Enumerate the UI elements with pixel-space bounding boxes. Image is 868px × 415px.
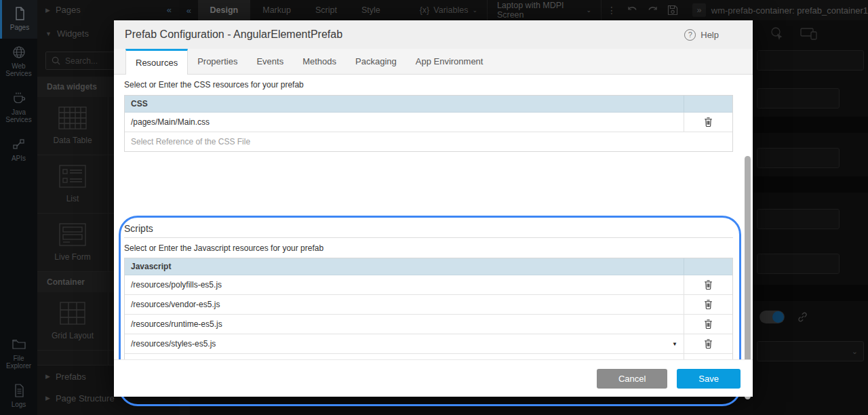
- script-resource-path: /resources/styles-es5.js ▼: [125, 334, 684, 353]
- panel-collapse-button[interactable]: «: [180, 5, 198, 16]
- chevron-right-icon: ▶: [45, 7, 50, 14]
- dialog-body: Select or Enter the CSS resources for yo…: [114, 75, 753, 359]
- cancel-button[interactable]: Cancel: [597, 369, 667, 389]
- delete-script-resource-button[interactable]: [684, 315, 732, 334]
- rail-label: Java Services: [1, 108, 36, 124]
- rail-label: Logs: [12, 401, 26, 409]
- panel-collapse-icon[interactable]: «: [167, 5, 172, 15]
- widget-tile-grid-layout[interactable]: Grid Layout: [37, 292, 108, 351]
- scripts-instruction: Select or Enter the Javascript resources…: [124, 243, 323, 253]
- save-page-button[interactable]: [663, 5, 683, 16]
- link-icon[interactable]: [797, 311, 808, 323]
- dialog-header: Prefab Configuration - AngularElementPre…: [114, 20, 753, 49]
- left-icon-rail: Pages Web Services Java Services APIs Fi…: [0, 0, 37, 415]
- folder-icon: [12, 337, 26, 352]
- property-section-bar[interactable]: [753, 117, 868, 133]
- script-resource-row: /resources/vendor-es5.js: [125, 295, 732, 315]
- rail-item-pages[interactable]: Pages: [0, 0, 37, 39]
- widget-tile-list[interactable]: List: [37, 155, 108, 214]
- data-table-icon: [58, 106, 87, 130]
- rail-label: Web Services: [1, 62, 36, 78]
- widget-tile-data-table[interactable]: Data Table: [37, 97, 108, 155]
- devices-icon[interactable]: [800, 26, 818, 40]
- save-floppy-icon: [667, 5, 678, 16]
- tab-properties[interactable]: Properties: [188, 49, 247, 74]
- chevron-right-icon: ▶: [45, 373, 50, 380]
- property-section-bar[interactable]: [753, 285, 868, 301]
- tab-app-environment[interactable]: App Environment: [406, 49, 493, 74]
- tab-events[interactable]: Events: [247, 49, 293, 74]
- more-options-button[interactable]: ⋮: [601, 5, 622, 16]
- rail-item-web-services[interactable]: Web Services: [0, 39, 37, 85]
- property-section-bar[interactable]: [753, 176, 868, 193]
- undo-button[interactable]: [622, 5, 642, 16]
- chevron-down-icon: ⌄: [472, 7, 477, 14]
- script-resource-path: /resources/vendor-es5.js: [125, 295, 684, 314]
- tab-methods[interactable]: Methods: [293, 49, 346, 74]
- property-toggle[interactable]: [760, 311, 785, 323]
- css-instruction: Select or Enter the CSS resources for yo…: [124, 80, 304, 90]
- rail-item-apis[interactable]: APIs: [0, 131, 37, 170]
- css-reference-input[interactable]: [131, 137, 726, 146]
- tab-resources[interactable]: Resources: [125, 49, 188, 75]
- save-button[interactable]: Save: [677, 369, 741, 389]
- breadcrumb-expand-button[interactable]: »: [692, 3, 705, 17]
- panel-section-pages[interactable]: ▶ Pages «: [37, 0, 180, 20]
- dialog-tab-bar: Resources Properties Events Methods Pack…: [114, 49, 753, 75]
- property-field[interactable]: [757, 254, 840, 274]
- rail-label: APIs: [12, 155, 26, 163]
- variables-dropdown[interactable]: {x} Variables ⌄: [410, 5, 487, 15]
- redo-icon: [647, 5, 658, 16]
- chevron-down-icon: ⌄: [852, 347, 858, 356]
- toolbar-tab-style[interactable]: Style: [349, 0, 393, 20]
- delete-script-resource-button[interactable]: [684, 334, 732, 353]
- redo-button[interactable]: [642, 5, 663, 16]
- trash-icon: [703, 338, 713, 349]
- inspect-cursor-icon[interactable]: [769, 26, 784, 41]
- variables-icon: {x}: [420, 5, 430, 15]
- canvas-side-tab: [180, 397, 190, 415]
- delete-script-resource-button[interactable]: [684, 275, 732, 294]
- page-icon: [12, 6, 27, 21]
- property-select[interactable]: ⌄: [757, 341, 864, 361]
- breadcrumb[interactable]: wm-prefab-container: prefab_container1: [711, 5, 868, 16]
- scripts-heading: Scripts: [124, 223, 153, 234]
- widget-tile-clipped[interactable]: [37, 351, 108, 365]
- globe-icon: [12, 45, 26, 60]
- tab-packaging[interactable]: Packaging: [346, 49, 406, 74]
- trash-icon: [703, 319, 713, 330]
- device-selector-dropdown[interactable]: Laptop with MDPI Screen ⌄: [488, 1, 601, 20]
- list-icon: [59, 165, 86, 188]
- help-question-icon: ?: [684, 29, 696, 41]
- script-resource-row: /resources/polyfills-es5.js: [125, 275, 732, 295]
- form-icon: [59, 223, 86, 246]
- script-resources-table: Javascript /resources/polyfills-es5.js /…: [124, 258, 733, 374]
- property-field[interactable]: [757, 88, 840, 108]
- rail-item-file-explorer[interactable]: File Explorer: [0, 331, 37, 377]
- dialog-footer: Cancel Save: [114, 359, 753, 397]
- trash-icon: [703, 117, 713, 127]
- widget-tile-live-form[interactable]: Live Form: [37, 214, 108, 272]
- delete-css-resource-button[interactable]: [684, 113, 732, 132]
- rail-label: Pages: [10, 24, 29, 32]
- property-field[interactable]: [757, 50, 864, 71]
- toolbar-tab-script[interactable]: Script: [303, 0, 349, 20]
- rail-item-java-services[interactable]: Java Services: [0, 85, 37, 131]
- script-table-header: Javascript: [125, 258, 732, 275]
- toolbar-tab-markup[interactable]: Markup: [250, 0, 303, 20]
- scripts-divider: [124, 237, 733, 238]
- property-field[interactable]: [757, 148, 840, 168]
- rail-item-logs[interactable]: Logs: [0, 377, 37, 415]
- row-dropdown-arrow-icon[interactable]: ▼: [672, 341, 677, 347]
- search-icon: [52, 56, 60, 65]
- css-resource-path: /pages/Main/Main.css: [125, 113, 684, 132]
- toolbar-tab-design[interactable]: Design: [198, 0, 251, 20]
- help-button[interactable]: ? Help: [684, 29, 719, 41]
- grid-layout-icon: [60, 302, 85, 325]
- properties-panel: ⌄: [753, 20, 868, 415]
- panel-pages-label: Pages: [56, 5, 81, 15]
- panel-widgets-label: Widgets: [57, 28, 89, 39]
- property-field[interactable]: [757, 209, 840, 229]
- dialog-title: Prefab Configuration - AngularElementPre…: [125, 28, 342, 41]
- delete-script-resource-button[interactable]: [684, 295, 732, 314]
